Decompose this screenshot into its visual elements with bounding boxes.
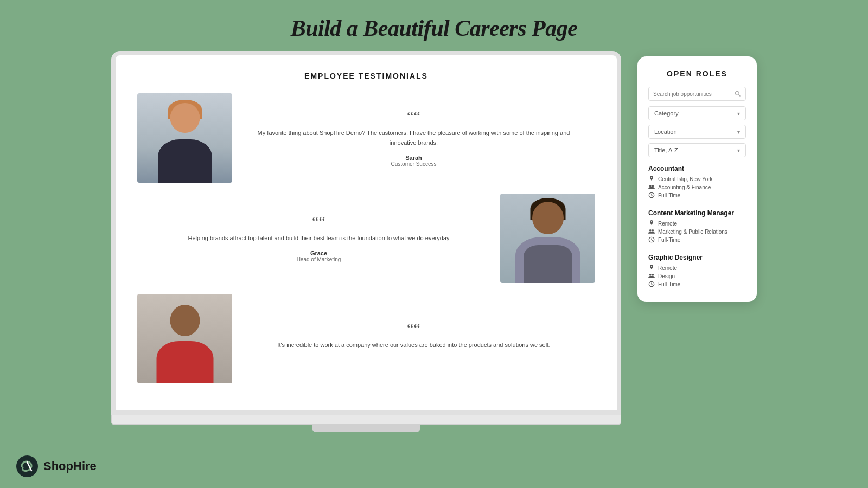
testimonial-row-sarah: ““ My favorite thing about ShopHire Demo… (137, 93, 595, 183)
svg-point-9 (652, 274, 654, 276)
chevron-down-icon: ▾ (737, 111, 740, 117)
testimonial-photo-third (137, 294, 232, 383)
location-icon (648, 265, 655, 271)
svg-point-2 (649, 185, 652, 187)
clock-icon (648, 281, 655, 287)
clock-icon (648, 192, 655, 198)
job-listing-accountant: Accountant Central Islip, New York Accou… (648, 165, 746, 198)
testimonial-text-grace: ““ Helping brands attract top talent and… (137, 214, 500, 262)
filter-location-label: Location (654, 129, 677, 135)
job-dept-text-graphic-designer: Design (658, 273, 675, 279)
job-location-graphic-designer: Remote (648, 265, 746, 271)
location-icon (648, 176, 655, 182)
quote-mark-sarah: ““ (248, 109, 579, 124)
svg-point-3 (652, 185, 654, 187)
testimonial-row-third: ““ It's incredible to work at a company … (137, 294, 595, 383)
job-listing-graphic-designer: Graphic Designer Remote Design (648, 252, 746, 287)
job-title-graphic-designer[interactable]: Graphic Designer (648, 254, 746, 261)
job-type-text-accountant: Full-Time (658, 192, 680, 198)
search-box[interactable] (648, 87, 746, 101)
job-location-content-marketing: Remote (648, 220, 746, 227)
job-location-text-accountant: Central Islip, New York (658, 176, 713, 182)
filter-category[interactable]: Category ▾ (648, 106, 746, 120)
testimonial-photo-sarah (137, 93, 232, 183)
open-roles-title: OPEN ROLES (648, 69, 746, 78)
quote-mark-grace: ““ (154, 214, 484, 229)
department-icon (648, 273, 655, 279)
quote-name-grace: Grace (154, 250, 484, 256)
laptop-screen: EMPLOYEE TESTIMONIALS ““ My favorite thi… (111, 51, 621, 415)
department-icon (648, 228, 655, 235)
job-type-content-marketing: Full-Time (648, 236, 746, 243)
shophire-logo: ShopHire (16, 455, 97, 477)
chevron-down-icon: ▾ (737, 129, 740, 135)
quote-role-grace: Head of Marketing (154, 256, 484, 262)
job-dept-text-accountant: Accounting & Finance (658, 184, 711, 190)
department-icon (648, 184, 655, 190)
svg-point-5 (649, 229, 652, 232)
quote-text-third: It's incredible to work at a company whe… (248, 341, 579, 350)
search-input[interactable] (653, 91, 731, 97)
testimonial-photo-grace (500, 194, 595, 283)
quote-role-sarah: Customer Success (248, 161, 579, 167)
svg-point-8 (649, 274, 652, 276)
job-title-content-marketing[interactable]: Content Marketing Manager (648, 209, 746, 217)
svg-point-0 (736, 92, 739, 95)
chevron-down-icon: ▾ (737, 147, 740, 153)
quote-mark-third: ““ (248, 321, 579, 336)
page-title: Build a Beautiful Careers Page (0, 0, 868, 51)
job-type-graphic-designer: Full-Time (648, 281, 746, 287)
job-department-accountant: Accounting & Finance (648, 184, 746, 190)
main-layout: EMPLOYEE TESTIMONIALS ““ My favorite thi… (0, 51, 868, 432)
location-icon (648, 220, 655, 227)
laptop-base (111, 415, 621, 425)
filter-sort[interactable]: Title, A-Z ▾ (648, 143, 746, 157)
svg-point-6 (652, 229, 654, 232)
quote-text-sarah: My favorite thing about ShopHire Demo? T… (248, 129, 579, 147)
svg-point-11 (16, 455, 38, 477)
testimonials-section-title: EMPLOYEE TESTIMONIALS (137, 72, 595, 80)
testimonial-text-third: ““ It's incredible to work at a company … (232, 321, 595, 357)
job-location-accountant: Central Islip, New York (648, 176, 746, 182)
job-type-accountant: Full-Time (648, 192, 746, 198)
open-roles-panel: OPEN ROLES Category ▾ Location ▾ Title, … (637, 56, 757, 302)
quote-text-grace: Helping brands attract top talent and bu… (154, 234, 484, 243)
job-dept-text-content-marketing: Marketing & Public Relations (658, 229, 727, 235)
testimonial-row-grace: ““ Helping brands attract top talent and… (137, 194, 595, 283)
job-location-text-content-marketing: Remote (658, 221, 677, 227)
filter-category-label: Category (654, 110, 679, 117)
job-title-accountant[interactable]: Accountant (648, 165, 746, 172)
filter-sort-label: Title, A-Z (654, 147, 678, 153)
quote-name-sarah: Sarah (248, 155, 579, 161)
testimonial-text-sarah: ““ My favorite thing about ShopHire Demo… (232, 109, 595, 166)
search-icon (735, 91, 741, 97)
job-type-text-graphic-designer: Full-Time (658, 281, 680, 287)
job-department-graphic-designer: Design (648, 273, 746, 279)
clock-icon (648, 236, 655, 243)
laptop-mockup: EMPLOYEE TESTIMONIALS ““ My favorite thi… (111, 51, 621, 432)
filter-location[interactable]: Location ▾ (648, 125, 746, 139)
job-location-text-graphic-designer: Remote (658, 265, 677, 271)
shophire-logo-text: ShopHire (43, 459, 97, 473)
shophire-logo-icon (16, 455, 38, 477)
job-type-text-content-marketing: Full-Time (658, 237, 680, 243)
laptop-stand (312, 425, 420, 432)
job-department-content-marketing: Marketing & Public Relations (648, 228, 746, 235)
svg-line-1 (739, 95, 741, 97)
job-listing-content-marketing: Content Marketing Manager Remote Marketi… (648, 207, 746, 243)
